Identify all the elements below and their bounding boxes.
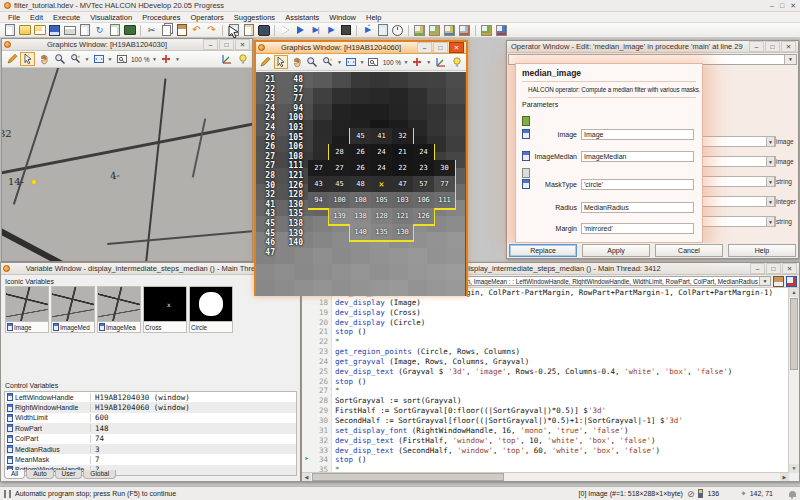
export-program-icon[interactable]: [78, 24, 91, 37]
operator-window[interactable]: Operator Window - Edit: 'median_image' i…: [506, 40, 799, 259]
param-value-input[interactable]: ImageMedian: [581, 151, 694, 162]
cancel-button[interactable]: Cancel: [655, 244, 723, 257]
vertical-scrollbar[interactable]: ▲ ▼: [788, 288, 799, 473]
zoom-level-icon[interactable]: [366, 55, 381, 69]
pixel-info-toggle-icon[interactable]: [449, 55, 464, 69]
edit-procedure-icon[interactable]: [242, 24, 255, 37]
save-program-icon[interactable]: [48, 24, 61, 37]
code-line[interactable]: 21stop (): [302, 327, 789, 337]
iconic-variable-circle[interactable]: Circle: [189, 286, 233, 333]
code-line[interactable]: 27*: [302, 386, 789, 396]
redo-icon[interactable]: ↷: [205, 24, 218, 37]
graphics-left-image[interactable]: 32 14- 4-: [2, 68, 252, 261]
maximize-button[interactable]: □: [765, 41, 780, 52]
code-line[interactable]: 30SecondHalf := SortGrayval[floor((|Sort…: [302, 416, 789, 426]
zoomed-pixel-view[interactable]: 454132282624212427272624222330434548✕475…: [256, 72, 466, 296]
axis-3d-icon[interactable]: [434, 55, 449, 69]
zoom-tool-icon[interactable]: [321, 55, 336, 69]
matching-assistant-icon[interactable]: [495, 24, 508, 37]
param-value-input[interactable]: MedianRadius: [581, 202, 694, 213]
chevron-down-icon[interactable]: ▼: [766, 216, 775, 227]
code-line[interactable]: 24get_grayval (Image, Rows, Columns, Gra…: [302, 357, 789, 367]
gray-histogram-icon[interactable]: [413, 24, 426, 37]
scroll-right-icon[interactable]: ▶: [780, 473, 789, 481]
scrollbar-thumb[interactable]: [790, 298, 798, 370]
measure-assistant-icon[interactable]: [480, 24, 493, 37]
chevron-down-icon[interactable]: ▼: [766, 136, 775, 147]
chevron-down-icon[interactable]: ▼: [784, 55, 796, 64]
select-pointer-icon[interactable]: [20, 52, 35, 66]
minimize-button[interactable]: –: [417, 42, 432, 53]
zoom-interactive-icon[interactable]: [52, 52, 67, 66]
code-line[interactable]: 33dev_disp_text (SecondHalf, 'window', '…: [302, 446, 789, 456]
syntax-check-icon[interactable]: [786, 276, 797, 287]
zoom-interactive-icon[interactable]: [305, 55, 320, 69]
code-line[interactable]: 20dev_display (Circle): [302, 318, 789, 328]
feature-histogram-icon[interactable]: [428, 24, 441, 37]
maximize-button[interactable]: □: [766, 263, 781, 274]
app-minimize-button[interactable]: –: [770, 2, 774, 10]
apply-button[interactable]: Apply: [582, 244, 650, 257]
param-value-input[interactable]: 'circle': [581, 179, 694, 190]
new-program-icon[interactable]: [3, 24, 16, 37]
chevron-down-icon[interactable]: ▼: [337, 59, 343, 65]
minimize-button[interactable]: –: [203, 39, 218, 50]
fit-image-icon[interactable]: [91, 52, 106, 66]
code-line[interactable]: ➤34stop (): [302, 455, 789, 465]
draw-annotation-icon[interactable]: [258, 55, 273, 69]
minimize-button[interactable]: –: [750, 263, 765, 274]
procedure-interface-icon[interactable]: [257, 24, 270, 37]
measure-tool-icon[interactable]: [158, 52, 173, 66]
code-line[interactable]: 26stop (): [302, 377, 789, 387]
fit-image-icon[interactable]: [343, 55, 358, 69]
menu-suggestions[interactable]: Suggestions: [229, 13, 280, 22]
code-line[interactable]: 22*: [302, 337, 789, 347]
tab-auto[interactable]: Auto: [26, 470, 53, 479]
menu-help[interactable]: Help: [361, 13, 386, 22]
graphics-window-left[interactable]: Graphics Window: [H19AB1204030] – □ ✕ ▼▼…: [1, 38, 253, 262]
operator-window-title-bar[interactable]: Operator Window - Edit: 'median_image' i…: [507, 41, 798, 53]
close-button[interactable]: ✕: [449, 42, 464, 53]
zoom-level-icon[interactable]: [114, 52, 129, 66]
chevron-down-icon[interactable]: ▼: [174, 56, 180, 62]
code-line[interactable]: 31set_display_font (RightWindowHandle, 1…: [302, 426, 789, 436]
scroll-up-icon[interactable]: ▲: [789, 288, 799, 297]
app-close-button[interactable]: ✕: [790, 2, 796, 10]
iconic-variable-imagemea[interactable]: ImageMea: [97, 286, 141, 333]
tab-user[interactable]: User: [55, 470, 83, 479]
control-variable-row[interactable]: RowPart148: [5, 423, 296, 433]
paste-icon[interactable]: [175, 24, 188, 37]
param-value-input[interactable]: 'mirrored': [581, 223, 694, 234]
pan-hand-icon[interactable]: [36, 52, 51, 66]
pan-hand-icon[interactable]: [289, 55, 304, 69]
menu-edit[interactable]: Edit: [25, 13, 48, 22]
zoom-tool-icon[interactable]: [68, 52, 83, 66]
iconic-variable-image[interactable]: Image: [5, 286, 49, 333]
chevron-down-icon[interactable]: ▼: [766, 176, 775, 187]
undo-icon[interactable]: ↶: [190, 24, 203, 37]
close-button[interactable]: ✕: [235, 39, 250, 50]
minimize-button[interactable]: –: [749, 41, 764, 52]
horizontal-scrollbar[interactable]: ◀ ▶: [302, 472, 789, 481]
scrollbar-thumb[interactable]: [312, 473, 504, 481]
control-variable-row[interactable]: RightWindowHandleH19AB1204060 (window): [5, 402, 296, 412]
chevron-down-icon[interactable]: ▼: [759, 277, 770, 285]
tab-global[interactable]: Global: [83, 470, 116, 479]
image-acquisition-icon[interactable]: [123, 24, 136, 37]
code-line[interactable]: 19dev_display (Cross): [302, 308, 789, 318]
attach-process-icon[interactable]: [376, 24, 389, 37]
run-until-cursor-icon[interactable]: [279, 24, 292, 37]
zoom-assistant-icon[interactable]: [443, 24, 456, 37]
open-example-icon[interactable]: [33, 24, 46, 37]
step-over-icon[interactable]: ▶|: [309, 24, 322, 37]
menu-operators[interactable]: Operators: [185, 13, 228, 22]
draw-annotation-icon[interactable]: [4, 52, 19, 66]
graphics-window-center[interactable]: Graphics Window: [H19AB1204060] – □ ✕ ▼▼…: [254, 40, 468, 296]
menu-procedures[interactable]: Procedures: [137, 13, 185, 22]
control-variable-row[interactable]: MedianRadius3: [5, 444, 296, 454]
stop-icon[interactable]: [339, 24, 352, 37]
control-variable-row[interactable]: WidthLimit600: [5, 413, 296, 423]
print-icon[interactable]: [63, 24, 76, 37]
tab-all[interactable]: All: [4, 470, 25, 479]
procedure-docs-icon[interactable]: [773, 276, 784, 287]
